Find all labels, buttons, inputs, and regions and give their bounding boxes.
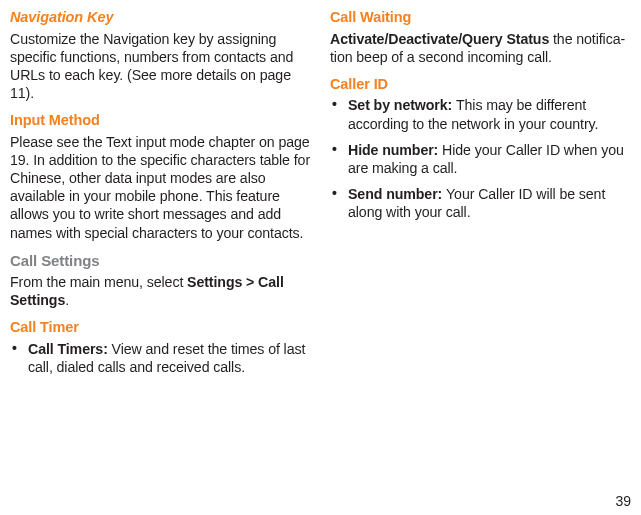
heading-input-method: Input Method [10,111,310,130]
text: . [65,292,69,308]
bold-label: Activate/Deactivate/Query Status [330,31,549,47]
heading-call-waiting: Call Waiting [330,8,630,27]
item-label: Hide number: [348,142,442,158]
para-call-settings: From the main menu, select Settings > Ca… [10,273,310,309]
item-label: Send number: [348,186,446,202]
para-navigation-key: Customize the Navigation key by assignin… [10,30,310,103]
right-column: Call Waiting Activate/Deactivate/Query S… [330,8,630,385]
left-column: Navigation Key Customize the Navigation … [10,8,310,385]
list-item: Hide number: Hide your Caller ID when yo… [330,141,630,177]
heading-call-settings: Call Settings [10,251,310,270]
item-label: Set by network: [348,97,456,113]
list-item: Send number: Your Caller ID will be sent… [330,185,630,221]
list-item: Call Timers: View and reset the times of… [10,340,310,376]
page: Navigation Key Customize the Navigation … [0,0,641,385]
heading-navigation-key: Navigation Key [10,8,310,27]
list-call-timer: Call Timers: View and reset the times of… [10,340,310,376]
heading-call-timer: Call Timer [10,318,310,337]
page-number: 39 [615,493,631,509]
para-call-waiting: Activate/Deactivate/Query Status the not… [330,30,630,66]
list-item: Set by network: This may be different ac… [330,96,630,132]
heading-caller-id: Caller ID [330,75,630,94]
para-input-method: Please see the Text input mode chapter o… [10,133,310,242]
text: From the main menu, select [10,274,187,290]
item-label: Call Timers: [28,341,112,357]
list-caller-id: Set by network: This may be different ac… [330,96,630,221]
